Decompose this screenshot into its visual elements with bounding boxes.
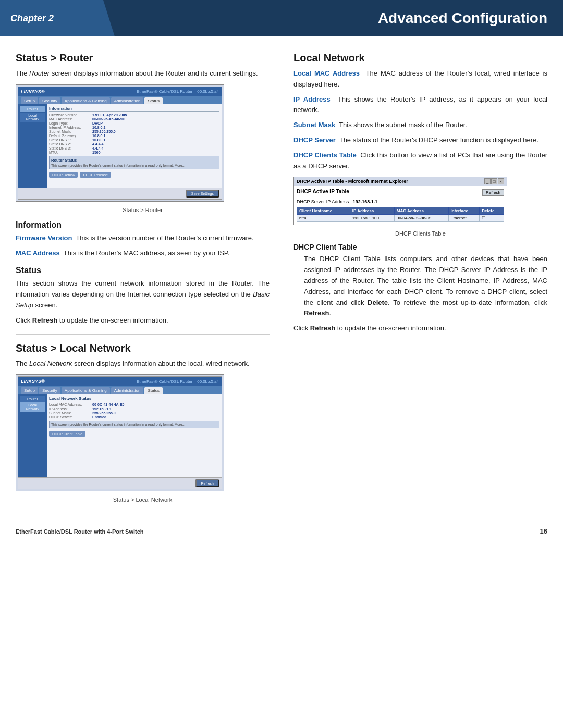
ss-sidebar-router: Router Local Network	[18, 104, 47, 188]
dhcp-clients-table-term: DHCP Clients Table	[293, 151, 357, 159]
ss-ln-mac-row: Local MAC Address: 00-0C-41-44-4A-E5	[49, 403, 219, 406]
ss-dns1-label: Static DNS 1:	[49, 138, 91, 142]
ss-tab-apps-ln[interactable]: Applications & Gaming	[62, 387, 110, 394]
dhcp-row-mac: 00-04-5a-82-96-9f	[394, 215, 448, 222]
ss-sidebar-localnet-item-ln[interactable]: Local Network	[20, 402, 45, 412]
ss-ln-mac-label: Local MAC Address:	[49, 403, 91, 406]
ss-footer-router: Save Settings	[18, 188, 222, 199]
ss-dns3-row: Static DNS 3: 4.4.4.4	[49, 146, 219, 150]
ss-tab-security[interactable]: Security	[39, 97, 60, 104]
ss-dns2-row: Static DNS 2: 4.4.4.4	[49, 142, 219, 146]
ss-ln-mac-value: 00-0C-41-44-4A-E5	[92, 403, 124, 406]
ss-ln-subnet-value: 255.255.255.0	[92, 411, 116, 415]
ss-tabs-router: Setup Security Applications & Gaming Adm…	[18, 96, 222, 104]
ss-tab-status[interactable]: Status	[144, 97, 163, 104]
header-title-area: Advanced Configuration	[115, 0, 563, 36]
dhcp-col-hostname: Client Hostname	[297, 207, 350, 215]
footer-product-name: EtherFast Cable/DSL Router with 4-Port S…	[16, 528, 144, 535]
ss-footer-localnet: Refresh	[18, 477, 222, 489]
ss-topbar-router: LINKSYS® EtherFast® Cable/DSL Router 00:…	[18, 87, 222, 96]
dhcp-window-title: DHCP Active IP Table - Microsoft Interne…	[297, 179, 408, 184]
ss-ln-dhcp-value: Enabled	[92, 415, 106, 419]
ss-tab-setup-ln[interactable]: Setup	[21, 387, 38, 394]
dhcp-maximize-btn[interactable]: □	[491, 178, 497, 184]
ss-dhcp-client-table-btn[interactable]: DHCP Client Table	[49, 431, 85, 437]
info-subtitle: Information	[16, 220, 270, 230]
dhcp-close-btn[interactable]: ×	[498, 178, 504, 184]
localnet-screenshot: LINKSYS® EtherFast® Cable/DSL Router 00:…	[16, 374, 224, 491]
section-divider-1	[16, 334, 270, 335]
localnet-screenshot-caption: Status > Local Network	[16, 497, 270, 503]
ss-status-panel-ln: This screen provides the Router's curren…	[49, 421, 219, 428]
ss-sidebar-router-item[interactable]: Router	[20, 106, 45, 112]
mac-term: MAC Address	[16, 249, 60, 257]
dhcp-client-para1: The DHCP Client Table lists computers an…	[293, 254, 547, 319]
dhcp-active-table: Client Hostname IP Address MAC Address I…	[297, 207, 504, 222]
ss-mac-row: MAC Address: 00-0B-25-A5-A8-9C	[49, 117, 219, 121]
dhcp-row-interface: Ethernet	[448, 215, 480, 222]
status-para1: This section shows the current network i…	[16, 278, 270, 311]
section-localnet-title: Status > Local Network	[16, 342, 270, 354]
subnet-mask-desc: Subnet Mask This shows the subnet mask o…	[293, 120, 547, 131]
ss-dns3-label: Static DNS 3:	[49, 146, 91, 150]
ss-mtu-label: MTU:	[49, 151, 91, 154]
ss-gw-label: Default Gateway:	[49, 134, 91, 138]
dhcp-win-buttons: _ □ ×	[484, 178, 504, 184]
router-screenshot-caption: Status > Router	[16, 207, 270, 213]
ss-iip-row: Internet IP Address: 10.8.0.2	[49, 126, 219, 129]
page-title: Advanced Configuration	[378, 10, 547, 27]
right-column: Local Network Local MAC Address The MAC …	[280, 47, 547, 507]
dhcp-col-mac: MAC Address	[394, 207, 448, 215]
ss-tab-security-ln[interactable]: Security	[39, 387, 60, 394]
ss-ln-dhcp-row: DHCP Server: Enabled	[49, 415, 219, 419]
firmware-term: Firmware Version	[16, 234, 72, 242]
local-network-title: Local Network	[293, 52, 547, 64]
ss-refresh-btn-localnet[interactable]: Refresh	[195, 479, 219, 487]
ss-logo-router: LINKSYS®	[21, 89, 45, 94]
ss-tab-apps[interactable]: Applications & Gaming	[62, 97, 110, 104]
ss-topbar-localnet: LINKSYS® EtherFast® Cable/DSL Router 00:…	[18, 377, 222, 386]
dhcp-row-delete[interactable]: ☐	[480, 215, 504, 222]
dhcp-col-ip: IP Address	[350, 207, 394, 215]
ss-tab-setup[interactable]: Setup	[21, 97, 38, 104]
ss-ln-subnet-label: Subnet Mask:	[49, 411, 91, 415]
ss-tab-admin[interactable]: Administration	[111, 97, 144, 104]
dhcp-inner: DHCP Active IP Table Refresh DHCP Server…	[294, 186, 507, 225]
footer-page-number: 16	[540, 527, 547, 535]
dhcp-section-title: DHCP Active IP Table	[297, 189, 349, 194]
ss-login-row: Login Type: DHCP	[49, 121, 219, 125]
dhcp-minimize-btn[interactable]: _	[484, 178, 491, 184]
ss-gw-row: Default Gateway: 10.8.0.1	[49, 134, 219, 138]
ss-tab-status-ln[interactable]: Status	[144, 387, 163, 394]
dhcp-col-interface: Interface	[448, 207, 480, 215]
ss-iip-value: 10.8.0.2	[92, 126, 105, 129]
ss-btn-area-localnet: DHCP Client Table	[49, 431, 219, 437]
ss-ln-dhcp-label: DHCP Server:	[49, 415, 91, 419]
ss-status-panel-router: Router Status This screen provides the R…	[49, 156, 219, 169]
ss-mac-label: MAC Address:	[49, 117, 91, 121]
ss-dhcp-renew-btn[interactable]: DHCP Renew	[49, 172, 78, 178]
ss-dhcp-release-btn[interactable]: DHCP Release	[80, 172, 111, 178]
ss-subnet-value: 255.255.255.0	[92, 130, 116, 133]
page-header: Chapter 2 Advanced Configuration	[0, 0, 563, 36]
ss-dns2-label: Static DNS 2:	[49, 142, 91, 146]
ss-dns2-value: 4.4.4.4	[92, 142, 103, 146]
dhcp-refresh-btn[interactable]: Refresh	[482, 189, 504, 196]
ss-iip-label: Internet IP Address:	[49, 126, 91, 129]
status-para2: Click Refresh to update the on-screen in…	[16, 315, 270, 326]
ss-body-localnet: Router Local Network Local Network Statu…	[18, 394, 222, 477]
ss-ln-ip-label: IP Address:	[49, 407, 91, 411]
mac-desc: MAC Address This is the Router's MAC add…	[16, 248, 270, 259]
ss-main-header-router: Information	[49, 106, 219, 112]
ss-sidebar-router-item-ln[interactable]: Router	[20, 396, 45, 402]
ss-fw-value: 1.91.01, Apr 29 2005	[92, 113, 127, 117]
dhcp-client-subtitle: DHCP Client Table	[293, 243, 547, 251]
ss-tab-admin-ln[interactable]: Administration	[111, 387, 144, 394]
ss-ln-ip-value: 192.168.1.1	[92, 407, 112, 411]
ss-sidebar-localnet-item[interactable]: Local Network	[20, 113, 45, 122]
dhcp-client-para2: Click Refresh to update the on-screen in…	[293, 323, 547, 334]
ip-address-desc: IP Address This shows the Router's IP ad…	[293, 94, 547, 116]
router-screenshot: LINKSYS® EtherFast® Cable/DSL Router 00:…	[16, 84, 224, 202]
ss-save-btn-router[interactable]: Save Settings	[186, 190, 219, 198]
local-mac-desc: Local MAC Address The MAC address of the…	[293, 68, 547, 90]
